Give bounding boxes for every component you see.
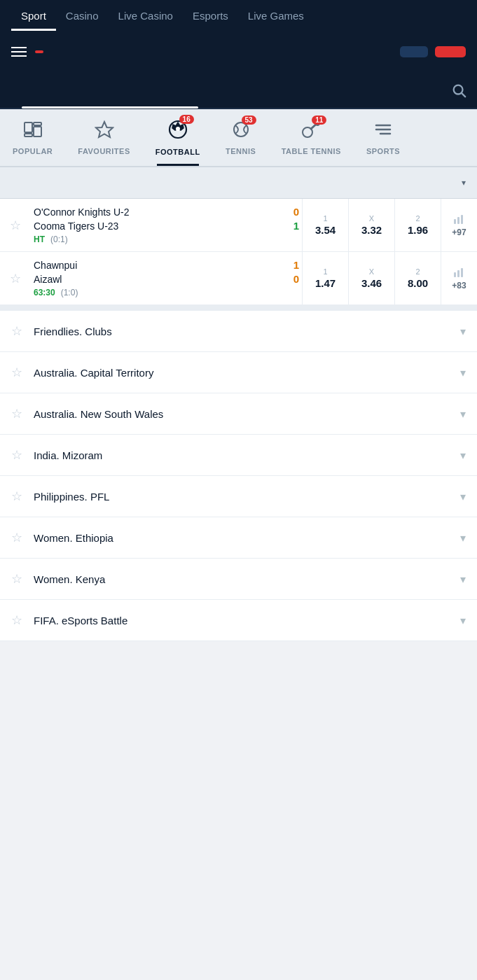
team2-name: Aizawl <box>34 274 62 285</box>
leagues-container: ☆ Friendlies. Clubs ▾ ☆ Australia. Capit… <box>0 311 477 641</box>
league-fav-6[interactable]: ☆ <box>11 571 34 587</box>
tennis-badge: 53 <box>242 115 256 125</box>
team2-name: Cooma Tigers U-23 <box>34 220 118 232</box>
league-expand-icon: ▾ <box>460 449 466 462</box>
tab-sport[interactable] <box>221 72 441 108</box>
svg-rect-4 <box>34 122 41 125</box>
favourites-label: FAVOURITES <box>78 147 130 155</box>
nav-item-live-casino[interactable]: Live Casino <box>109 0 183 31</box>
table-tennis-icon: 11 <box>301 120 321 144</box>
svg-line-1 <box>462 93 465 97</box>
more-count: +83 <box>452 281 466 290</box>
match-status: HT <box>34 234 45 244</box>
odds-value: 3.54 <box>315 224 336 236</box>
join-button[interactable] <box>435 46 466 57</box>
league-fav-2[interactable]: ☆ <box>11 406 34 421</box>
team1-name: Chawnpui <box>34 260 77 271</box>
all-sports-icon <box>373 120 393 144</box>
svg-rect-20 <box>461 215 463 224</box>
league-name-3: India. Mizoram <box>34 449 460 461</box>
league-row-6[interactable]: ☆ Women. Kenya ▾ <box>0 559 477 600</box>
sport-cat-all-sports[interactable]: SPORTS <box>354 115 413 160</box>
odds-value: 3.32 <box>361 224 382 236</box>
league-fav-7[interactable]: ☆ <box>11 612 34 628</box>
league-row-7[interactable]: ☆ FIFA. eSports Battle ▾ <box>0 600 477 641</box>
tab-live[interactable] <box>0 72 221 108</box>
odds-col-2[interactable]: 2 1.96 <box>394 199 441 251</box>
svg-rect-22 <box>457 270 459 277</box>
odds-value: 1.96 <box>408 224 428 236</box>
match-status: 63:30 <box>34 288 55 298</box>
nav-item-live-games[interactable]: Live Games <box>238 0 314 31</box>
bar-chart-icon <box>453 267 466 281</box>
league-fav-4[interactable]: ☆ <box>11 489 34 504</box>
odds-value: 8.00 <box>408 277 428 289</box>
svg-point-10 <box>234 122 248 136</box>
team1-score: 0 <box>293 206 299 218</box>
match-info-match1: O'Connor Knights U-2 0 Cooma Tigers U-23… <box>31 199 302 251</box>
league-fav-3[interactable]: ☆ <box>11 447 34 463</box>
sport-cat-favourites[interactable]: FAVOURITES <box>65 115 142 160</box>
odds-label: X <box>369 267 374 276</box>
svg-rect-19 <box>457 217 459 224</box>
svg-marker-6 <box>96 122 113 137</box>
odds-label: 2 <box>415 214 420 223</box>
odds-container-match1: 1 3.54 X 3.32 2 1.96 +97 <box>302 199 477 251</box>
match-fav-match1[interactable]: ☆ <box>0 199 31 251</box>
league-expand-icon: ▾ <box>460 407 466 421</box>
odds-label: 1 <box>323 267 327 276</box>
league-star-icon: ☆ <box>11 365 22 379</box>
match-aggregate: (1:0) <box>61 288 78 298</box>
league-fav-1[interactable]: ☆ <box>11 365 34 380</box>
odds-col-1[interactable]: 1 3.54 <box>302 199 348 251</box>
league-name-1: Australia. Capital Territory <box>34 367 460 379</box>
top-nav: SportCasinoLive CasinoEsportsLive Games <box>0 0 477 31</box>
login-button[interactable] <box>400 46 428 57</box>
more-odds-match2[interactable]: +83 <box>441 252 477 304</box>
league-star-icon: ☆ <box>11 489 22 503</box>
league-name-4: Philippines. PFL <box>34 491 460 503</box>
league-row-1[interactable]: ☆ Australia. Capital Territory ▾ <box>0 352 477 393</box>
search-button[interactable] <box>441 83 477 98</box>
league-row-3[interactable]: ☆ India. Mizoram ▾ <box>0 435 477 476</box>
match-row-match1: ☆ O'Connor Knights U-2 0 Cooma Tigers U-… <box>0 199 477 252</box>
football-label: FOOTBALL <box>155 148 200 156</box>
match-info-match2: Chawnpui 1 Aizawl 0 63:30 (1:0) <box>31 252 302 304</box>
odds-col-X[interactable]: X 3.32 <box>348 199 394 251</box>
sport-cat-football[interactable]: 16FOOTBALL <box>143 115 213 160</box>
odds-value: 3.46 <box>361 277 382 289</box>
league-fav-0[interactable]: ☆ <box>11 323 34 339</box>
sport-cat-table-tennis[interactable]: 11TABLE TENNIS <box>269 115 354 160</box>
dropdown-arrow-icon: ▾ <box>462 178 466 188</box>
league-row-2[interactable]: ☆ Australia. New South Wales ▾ <box>0 393 477 435</box>
league-fav-5[interactable]: ☆ <box>11 530 34 545</box>
football-icon: 16 <box>167 119 188 145</box>
header <box>0 31 477 73</box>
league-row-5[interactable]: ☆ Women. Ethiopia ▾ <box>0 517 477 559</box>
odds-col-2[interactable]: 2 8.00 <box>394 252 441 304</box>
svg-rect-5 <box>34 127 41 136</box>
odds-value: 1.47 <box>315 277 336 289</box>
league-star-icon: ☆ <box>11 407 22 421</box>
nav-item-sport[interactable]: Sport <box>11 0 56 31</box>
league-row-4[interactable]: ☆ Philippines. PFL ▾ <box>0 476 477 517</box>
nav-item-casino[interactable]: Casino <box>56 0 109 31</box>
table-tennis-label: TABLE TENNIS <box>282 147 341 155</box>
more-odds-match1[interactable]: +97 <box>441 199 477 251</box>
sport-cat-tennis[interactable]: 53TENNIS <box>213 115 269 160</box>
hamburger-button[interactable] <box>11 47 27 57</box>
section-title <box>11 176 15 190</box>
league-star-icon: ☆ <box>11 324 22 338</box>
sport-cat-popular[interactable]: POPULAR <box>0 115 65 160</box>
odds-col-1[interactable]: 1 1.47 <box>302 252 348 304</box>
table-tennis-badge: 11 <box>312 115 326 125</box>
odds-col-X[interactable]: X 3.46 <box>348 252 394 304</box>
more-count: +97 <box>452 227 466 237</box>
league-row-0[interactable]: ☆ Friendlies. Clubs ▾ <box>0 311 477 352</box>
nav-item-esports[interactable]: Esports <box>183 0 238 31</box>
team1-score: 1 <box>293 259 299 271</box>
match-result-dropdown[interactable]: ▾ <box>459 178 466 188</box>
league-expand-icon: ▾ <box>460 614 466 627</box>
match-fav-match2[interactable]: ☆ <box>0 252 31 304</box>
league-star-icon: ☆ <box>11 448 22 462</box>
